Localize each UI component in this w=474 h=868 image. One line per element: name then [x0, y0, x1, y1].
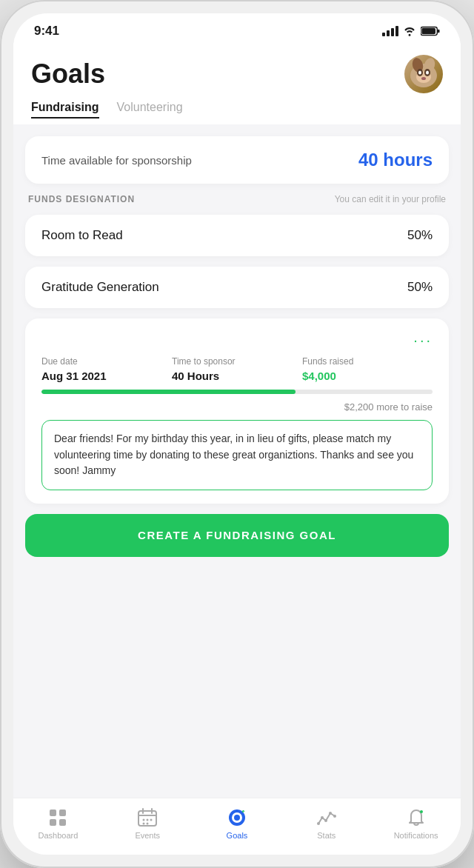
svg-rect-15 — [59, 819, 66, 826]
wifi-icon — [403, 26, 416, 36]
svg-point-9 — [418, 71, 421, 75]
scroll-body: Time available for sponsorship 40 hours … — [13, 124, 461, 798]
app-content: Goals — [13, 43, 461, 855]
nav-item-notifications[interactable]: Notifications — [371, 807, 461, 840]
nav-label-dashboard: Dashboard — [38, 831, 78, 840]
header: Goals — [13, 43, 461, 124]
svg-point-35 — [329, 812, 332, 815]
goal-stat-time-sponsor: Time to sponsor 40 Hours — [172, 356, 302, 382]
svg-rect-1 — [421, 28, 435, 34]
fund-pct-2: 50% — [407, 280, 433, 295]
phone-screen: 9:41 — [13, 13, 461, 855]
goal-card-header: ··· — [41, 332, 433, 349]
phone-shell: 9:41 — [0, 0, 474, 868]
due-date-label: Due date — [41, 356, 172, 367]
fund-name-2: Gratitude Generation — [41, 280, 159, 295]
tabs: Fundraising Volunteering — [31, 101, 443, 124]
svg-point-33 — [321, 816, 324, 819]
avatar[interactable] — [404, 55, 443, 93]
funds-section-title: FUNDS DESIGNATION — [28, 194, 135, 204]
nav-item-goals[interactable]: Goals — [193, 807, 282, 840]
time-sponsor-value: 40 Hours — [172, 370, 302, 382]
signal-icon — [382, 26, 398, 36]
sponsorship-card: Time available for sponsorship 40 hours — [25, 136, 449, 184]
svg-point-11 — [421, 77, 426, 80]
fund-name-1: Room to Read — [41, 228, 123, 243]
battery-icon — [421, 26, 440, 36]
tab-fundraising[interactable]: Fundraising — [31, 101, 99, 118]
status-time: 9:41 — [34, 24, 59, 39]
nav-item-dashboard[interactable]: Dashboard — [13, 807, 103, 840]
due-date-value: Aug 31 2021 — [41, 370, 172, 382]
status-icons — [382, 26, 440, 36]
progress-bar-fill — [41, 390, 296, 394]
goal-stats: Due date Aug 31 2021 Time to sponsor 40 … — [41, 356, 433, 382]
goal-stat-funds-raised: Funds raised $4,000 — [302, 356, 433, 382]
svg-rect-12 — [50, 809, 56, 816]
nav-label-goals: Goals — [227, 831, 248, 840]
svg-point-24 — [147, 823, 149, 825]
create-btn-label: CREATE A FUNDRAISING GOAL — [138, 529, 336, 541]
svg-point-32 — [317, 822, 320, 825]
sponsorship-label: Time available for sponsorship — [41, 154, 192, 167]
status-bar: 9:41 — [13, 13, 461, 43]
tab-volunteering[interactable]: Volunteering — [117, 101, 183, 118]
svg-point-20 — [143, 819, 145, 821]
time-sponsor-label: Time to sponsor — [172, 356, 302, 367]
goal-stat-due-date: Due date Aug 31 2021 — [41, 356, 172, 382]
goal-card: ··· Due date Aug 31 2021 Time to sponsor… — [25, 318, 449, 504]
svg-point-21 — [147, 819, 149, 821]
svg-rect-2 — [438, 30, 440, 33]
svg-point-27 — [234, 815, 240, 821]
nav-item-stats[interactable]: Stats — [281, 807, 371, 840]
create-fundraising-goal-button[interactable]: CREATE A FUNDRAISING GOAL — [25, 514, 449, 557]
svg-point-10 — [426, 71, 429, 75]
svg-point-23 — [143, 823, 145, 825]
dashboard-icon — [47, 807, 68, 828]
message-box: Dear friends! For my birthday this year,… — [41, 420, 433, 490]
svg-rect-14 — [50, 819, 56, 826]
more-options-icon[interactable]: ··· — [413, 332, 433, 349]
fund-card-gratitude-generation: Gratitude Generation 50% — [25, 267, 449, 308]
nav-label-stats: Stats — [317, 831, 336, 840]
nav-item-events[interactable]: Events — [103, 807, 193, 840]
svg-point-34 — [324, 819, 327, 822]
svg-point-37 — [420, 810, 423, 813]
sponsorship-value: 40 hours — [358, 150, 433, 170]
notifications-icon — [406, 807, 427, 828]
funds-raised-label: Funds raised — [302, 356, 433, 367]
more-to-raise: $2,200 more to raise — [41, 401, 433, 413]
stats-icon — [316, 807, 337, 828]
nav-label-notifications: Notifications — [394, 831, 438, 840]
funds-raised-value: $4,000 — [302, 370, 433, 382]
svg-point-22 — [150, 819, 153, 821]
fund-pct-1: 50% — [407, 228, 433, 243]
bottom-nav: Dashboard — [13, 798, 461, 855]
goals-icon — [227, 807, 247, 828]
progress-bar-wrap — [41, 390, 433, 394]
svg-rect-13 — [59, 809, 66, 816]
events-icon — [137, 807, 158, 828]
funds-section-hint: You can edit it in your profile — [335, 194, 446, 204]
nav-label-events: Events — [135, 831, 160, 840]
svg-point-36 — [333, 815, 336, 818]
funds-section-header: FUNDS DESIGNATION You can edit it in you… — [25, 194, 449, 204]
page-title: Goals — [31, 59, 105, 90]
fund-card-room-to-read: Room to Read 50% — [25, 215, 449, 256]
